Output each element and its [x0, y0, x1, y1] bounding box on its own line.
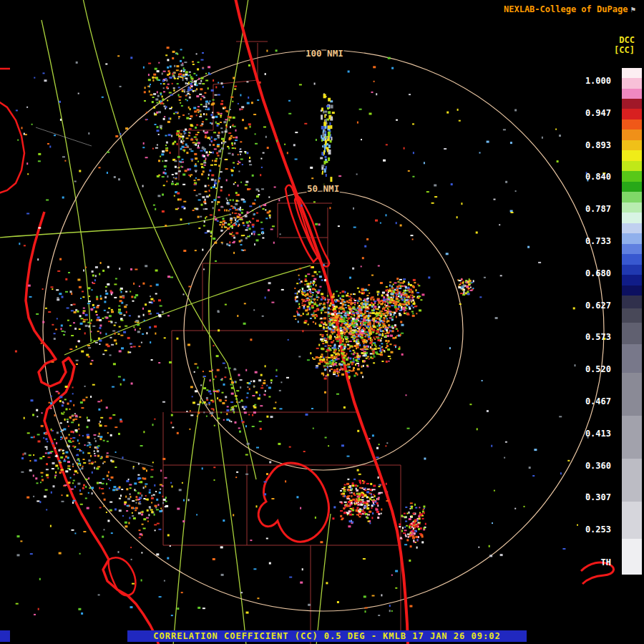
- lake-outline: [258, 463, 328, 542]
- colorbar-gradient: [622, 68, 642, 575]
- range-ring-label-100nmi: 100 NMI: [306, 48, 343, 59]
- coastline-west: [26, 212, 159, 644]
- colorbar-tick-label: 0.787: [585, 204, 611, 214]
- product-caption: CORRELATION COEFFICIENT (CC) 0.5 DEG - K…: [127, 630, 527, 642]
- colorbar-tick-label: 0.307: [585, 492, 611, 502]
- colorbar-header: DCC [CC]: [614, 35, 635, 55]
- colorbar-tick-label: 0.413: [585, 429, 611, 439]
- colorbar-tick-label: 0.840: [585, 172, 611, 182]
- colorbar-tick-label: 0.253: [585, 525, 611, 535]
- colorbar-tick-label: 0.360: [585, 461, 611, 471]
- harbor-outline: [109, 557, 136, 595]
- radar-echoes: [15, 47, 606, 616]
- colorbar-tick-label: 0.573: [585, 332, 611, 342]
- colorbar-tick-label: 0.467: [585, 396, 611, 406]
- shore-fragments-nw: [0, 69, 24, 193]
- colorbar-tick-label: 0.520: [585, 364, 611, 374]
- road-lines: [0, 0, 331, 644]
- colorbar-tick-label: 0.947: [585, 108, 611, 118]
- th-label: TH: [601, 557, 611, 567]
- range-ring-label-50nmi: 50 NMI: [307, 183, 339, 194]
- radar-display: 100 NMI 50 NMI NEXLAB-College of DuPage⚑…: [0, 0, 644, 644]
- colorbar-tick-label: 0.893: [585, 140, 611, 150]
- colorbar-tick-label: 0.627: [585, 301, 611, 311]
- radar-map-canvas: 100 NMI 50 NMI: [0, 0, 644, 644]
- corner-square: [0, 630, 10, 642]
- colorbar-tick-label: 0.680: [585, 268, 611, 278]
- units-label: [CC]: [614, 45, 635, 55]
- site-attribution: NEXLAB-College of DuPage⚑: [504, 4, 635, 14]
- colorbar-tick-label: 0.733: [585, 236, 611, 246]
- attribution-text: NEXLAB-College of DuPage: [504, 4, 628, 14]
- cod-logo-icon: ⚑: [630, 5, 635, 14]
- colorbar-tick-label: 1.000: [585, 76, 611, 86]
- product-code-label: DCC: [614, 35, 635, 45]
